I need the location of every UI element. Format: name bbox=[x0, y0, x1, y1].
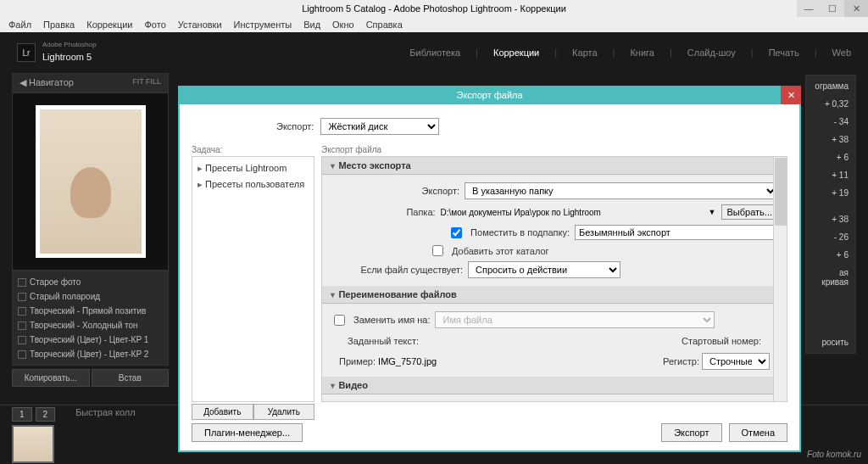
copy-button[interactable]: Копировать... bbox=[12, 369, 90, 387]
rename-checkbox[interactable] bbox=[334, 315, 345, 326]
module-map[interactable]: Карта bbox=[572, 48, 597, 58]
module-web[interactable]: Web bbox=[832, 48, 851, 58]
module-picker: Библиотека| Коррекции| Карта| Книга| Сла… bbox=[409, 48, 851, 58]
module-book[interactable]: Книга bbox=[630, 48, 654, 58]
browse-button[interactable]: Выбрать... bbox=[721, 204, 778, 220]
module-library[interactable]: Библиотека bbox=[409, 48, 460, 58]
preset-item[interactable]: Старый полароид bbox=[13, 289, 168, 304]
lr-icon: Lr bbox=[17, 43, 36, 62]
preset-item[interactable]: Творческий (Цвет) - Цвет-КР 2 bbox=[13, 347, 168, 361]
filmstrip-thumb[interactable] bbox=[12, 425, 54, 463]
adjust-value[interactable]: + 6 bbox=[810, 246, 852, 264]
adjust-value[interactable]: + 38 bbox=[810, 210, 852, 228]
module-slideshow[interactable]: Слайд-шоу bbox=[687, 48, 736, 58]
export-to-folder-select[interactable]: В указанную папку bbox=[465, 182, 778, 199]
preset-item[interactable]: Творческий - Прямой позитив bbox=[13, 304, 168, 318]
adjust-value[interactable]: - 26 bbox=[810, 228, 852, 246]
preset-item[interactable]: Творческий - Холодный тон bbox=[13, 318, 168, 333]
subfolder-input[interactable] bbox=[575, 225, 778, 240]
preset-list: Старое фото Старый полароид Творческий -… bbox=[12, 271, 169, 366]
menu-tools[interactable]: Инструменты bbox=[229, 20, 298, 30]
menu-photo[interactable]: Фото bbox=[140, 20, 171, 30]
menu-help[interactable]: Справка bbox=[361, 20, 408, 30]
minimize-button[interactable]: — bbox=[797, 0, 821, 17]
page-1[interactable]: 1 bbox=[12, 407, 32, 422]
adjust-value[interactable]: - 34 bbox=[810, 113, 852, 131]
module-print[interactable]: Печать bbox=[769, 48, 799, 58]
menu-file[interactable]: Файл bbox=[3, 20, 36, 30]
export-button[interactable]: Экспорт bbox=[661, 423, 721, 442]
dialog-titlebar: Экспорт файла ✕ bbox=[178, 86, 801, 104]
preset-task-list: Пресеты Lightroom Пресеты пользователя bbox=[192, 156, 314, 402]
section-export-location[interactable]: Место экспорта bbox=[322, 157, 787, 175]
window-title: Lightroom 5 Catalog - Adobe Photoshop Li… bbox=[302, 3, 566, 14]
task-user-presets[interactable]: Пресеты пользователя bbox=[196, 176, 310, 193]
right-panel: ограмма + 0,32 - 34 + 38 + 6 + 11 + 19 +… bbox=[805, 75, 856, 354]
dialog-close-button[interactable]: ✕ bbox=[781, 86, 801, 104]
adjust-value[interactable]: + 11 bbox=[810, 166, 852, 184]
plugin-manager-button[interactable]: Плагин-менеджер... bbox=[192, 423, 303, 442]
rename-template-select: Имя файла bbox=[435, 311, 715, 328]
app-logo: Lr Adobe PhotoshopLightroom 5 bbox=[17, 41, 97, 64]
page-2[interactable]: 2 bbox=[36, 407, 56, 422]
menu-edit[interactable]: Правка bbox=[38, 20, 80, 30]
preset-item[interactable]: Творческий (Цвет) - Цвет-КР 1 bbox=[13, 333, 168, 347]
paste-button[interactable]: Встав bbox=[92, 369, 170, 387]
section-video[interactable]: Видео bbox=[322, 377, 787, 394]
folder-path: D:\мои документы Ира\урок по Lightroom bbox=[441, 208, 704, 217]
navigator-header[interactable]: ◀ Навигатор FIT FILL bbox=[12, 73, 169, 92]
module-develop[interactable]: Коррекции bbox=[493, 48, 539, 58]
navigator-preview[interactable] bbox=[12, 92, 169, 271]
subfolder-checkbox[interactable] bbox=[451, 227, 462, 238]
close-window-button[interactable]: ✕ bbox=[844, 0, 868, 17]
adjust-value[interactable]: + 6 bbox=[810, 148, 852, 166]
reset-button[interactable]: росить bbox=[810, 333, 852, 351]
menu-view[interactable]: Вид bbox=[298, 20, 326, 30]
add-catalog-checkbox[interactable] bbox=[432, 245, 443, 256]
cancel-button[interactable]: Отмена bbox=[729, 423, 787, 442]
case-select[interactable]: Строчные bbox=[702, 353, 770, 370]
menu-bar: Файл Правка Коррекции Фото Установки Инс… bbox=[0, 17, 868, 32]
preset-item[interactable]: Старое фото bbox=[13, 275, 168, 289]
export-target-select[interactable]: Жёсткий диск bbox=[320, 118, 439, 135]
menu-settings[interactable]: Установки bbox=[173, 20, 227, 30]
section-file-naming[interactable]: Переименование файлов bbox=[322, 286, 787, 304]
export-to-label: Экспорт: bbox=[276, 121, 314, 131]
window-titlebar: Lightroom 5 Catalog - Adobe Photoshop Li… bbox=[0, 0, 868, 17]
export-dialog: Экспорт: Жёсткий диск Задача: Пресеты Li… bbox=[178, 104, 801, 452]
settings-scrollbar[interactable] bbox=[773, 157, 787, 401]
adjust-value[interactable]: + 0,32 bbox=[810, 95, 852, 113]
task-lightroom-presets[interactable]: Пресеты Lightroom bbox=[196, 160, 310, 176]
adjust-value[interactable]: + 38 bbox=[810, 131, 852, 148]
watermark: Foto komok.ru bbox=[807, 450, 861, 459]
menu-window[interactable]: Окно bbox=[327, 20, 359, 30]
adjust-value[interactable]: + 19 bbox=[810, 184, 852, 202]
menu-develop[interactable]: Коррекции bbox=[81, 20, 137, 30]
maximize-button[interactable]: ☐ bbox=[821, 0, 844, 17]
existing-files-select[interactable]: Спросить о действии bbox=[468, 261, 620, 278]
